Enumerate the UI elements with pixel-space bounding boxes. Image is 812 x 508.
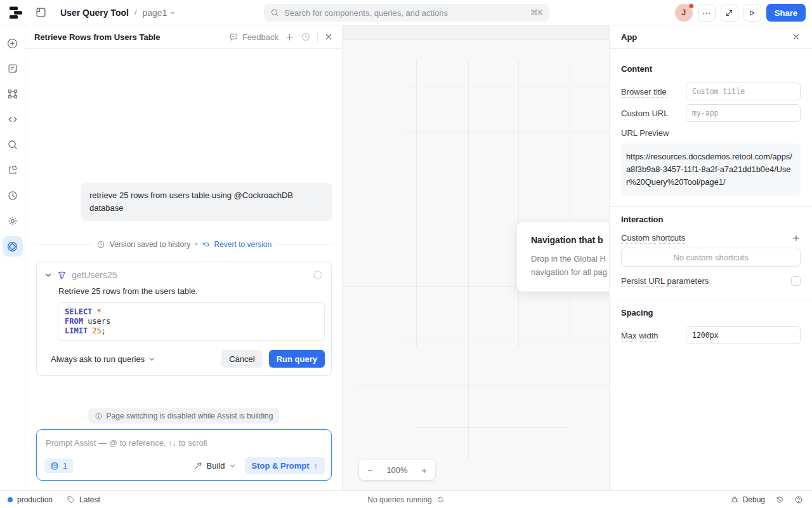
notice-row: Page switching is disabled while Assist … <box>25 408 342 424</box>
context-badge[interactable]: 1 <box>44 458 73 473</box>
add-shortcut-button[interactable] <box>792 234 801 243</box>
browser-title-input[interactable] <box>686 83 801 100</box>
close-assist-button[interactable] <box>324 32 333 41</box>
loading-spinner <box>313 271 322 279</box>
feedback-bubble-icon <box>229 32 239 42</box>
search-panel-button[interactable] <box>3 135 23 155</box>
thread-history-button[interactable] <box>301 32 311 42</box>
share-button[interactable]: Share <box>766 4 806 22</box>
sql-line: SELECT * <box>65 307 318 317</box>
app-history-button[interactable] <box>775 495 784 504</box>
toolbox-button[interactable] <box>3 160 23 180</box>
play-icon <box>748 9 756 17</box>
run-query-button[interactable]: Run query <box>269 350 325 368</box>
revert-arrow-icon <box>202 240 211 249</box>
zoom-level[interactable]: 100% <box>386 465 407 475</box>
zoom-in-button[interactable]: + <box>421 465 427 476</box>
no-shortcuts-placeholder: No custom shortcuts <box>621 248 801 267</box>
global-search[interactable]: Search for components, queries, and acti… <box>264 4 549 22</box>
plus-icon <box>285 32 294 42</box>
history-icon <box>7 190 18 201</box>
app-title[interactable]: User Query Tool <box>60 8 129 18</box>
help-button[interactable] <box>794 495 803 504</box>
status-bar: production Latest No queries running Deb… <box>0 490 812 508</box>
top-bar: User Query Tool / page1 Search for compo… <box>0 0 812 25</box>
zoom-out-button[interactable]: − <box>367 465 373 476</box>
stop-and-prompt-button[interactable]: Stop & Prompt ↑ <box>245 457 325 474</box>
run-mode-dropdown[interactable]: Always ask to run queries <box>51 354 221 364</box>
retool-logo[interactable] <box>9 6 23 19</box>
code-button[interactable] <box>3 109 23 130</box>
collapse-chevron-icon[interactable] <box>44 271 52 279</box>
assist-icon <box>6 241 18 253</box>
custom-url-input[interactable] <box>686 104 801 122</box>
version-row: Version saved to history • Revert to ver… <box>36 240 332 249</box>
add-component-button[interactable] <box>3 33 23 53</box>
toolbox-icon <box>7 164 18 176</box>
popover-text-line: Drop in the Global H <box>531 252 609 265</box>
cancel-button[interactable]: Cancel <box>221 350 262 368</box>
magnifier-icon <box>270 8 279 17</box>
suggestion-popover[interactable]: Navigation that b Drop in the Global H n… <box>517 222 609 291</box>
bug-icon <box>730 495 739 504</box>
user-message: retrieve 25 rows from users table using … <box>81 183 332 221</box>
left-icon-rail <box>0 25 25 490</box>
feedback-label: Feedback <box>242 32 278 42</box>
sql-line: FROM users <box>65 317 318 326</box>
expand-icon <box>725 9 733 17</box>
chevron-down-icon <box>148 356 155 363</box>
component-tree-button[interactable] <box>3 84 23 104</box>
environment-dot-icon <box>8 497 13 502</box>
settings-button[interactable] <box>3 211 23 231</box>
prompt-placeholder: Prompt Assist — @ to reference, ↑↓ to sc… <box>37 430 331 448</box>
avatar[interactable]: J <box>675 4 693 22</box>
ellipsis-icon: ⋯ <box>702 8 711 18</box>
add-icon <box>6 37 18 50</box>
panel-toggle-icon[interactable] <box>36 7 46 18</box>
pages-button[interactable] <box>3 58 23 79</box>
custom-url-label: Custom URL <box>621 109 686 118</box>
mode-dropdown[interactable]: Build <box>193 461 236 471</box>
fullscreen-button[interactable] <box>721 4 738 22</box>
sql-line: LIMIT 25; <box>65 326 318 336</box>
sql-editor[interactable]: SELECT * FROM users LIMIT 25; <box>58 302 325 341</box>
help-icon <box>794 495 803 504</box>
section-spacing: Spacing <box>621 308 801 318</box>
arrow-up-icon: ↑ <box>314 461 318 471</box>
max-width-input[interactable] <box>686 326 801 344</box>
chevron-down-icon <box>229 462 236 469</box>
revert-to-version-link[interactable]: Revert to version <box>202 240 272 249</box>
prompt-input[interactable]: Prompt Assist — @ to reference, ↑↓ to sc… <box>36 429 332 481</box>
close-inspector-button[interactable] <box>792 32 801 41</box>
assist-button[interactable] <box>3 236 23 257</box>
section-interaction: Interaction <box>621 215 801 224</box>
zoom-control: − 100% + <box>359 460 435 480</box>
query-card: getUsers25 Retrieve 25 rows from the use… <box>36 262 332 376</box>
app-canvas[interactable]: Navigation that b Drop in the Global H n… <box>343 25 609 490</box>
section-content: Content <box>621 64 801 74</box>
retool-editor: User Query Tool / page1 Search for compo… <box>0 0 812 508</box>
popover-title: Navigation that b <box>531 235 609 245</box>
url-preview-value: https://resources.docsdemos.retool.com/a… <box>621 144 801 196</box>
database-icon <box>50 462 59 471</box>
more-actions-button[interactable]: ⋯ <box>698 4 716 22</box>
debug-button[interactable]: Debug <box>730 495 765 504</box>
environment-selector[interactable]: production <box>8 495 53 504</box>
refresh-icon[interactable] <box>436 495 445 504</box>
history-icon <box>775 495 784 504</box>
persist-url-checkbox[interactable] <box>791 276 801 286</box>
preview-button[interactable] <box>743 4 761 22</box>
page-name: page1 <box>143 8 167 18</box>
new-thread-button[interactable] <box>285 32 294 42</box>
history-panel-button[interactable] <box>3 185 23 206</box>
history-icon <box>301 32 311 42</box>
version-tag: Latest <box>79 495 100 504</box>
url-preview-label: URL Preview <box>621 128 801 138</box>
tag-icon <box>67 495 75 504</box>
feedback-button[interactable]: Feedback <box>229 32 278 42</box>
assist-panel: Retrieve Rows from Users Table Feedback … <box>25 25 343 490</box>
plus-icon <box>792 234 801 243</box>
page-selector[interactable]: page1 <box>143 8 176 18</box>
search-icon <box>7 139 18 150</box>
version-tag-selector[interactable]: Latest <box>67 495 100 504</box>
